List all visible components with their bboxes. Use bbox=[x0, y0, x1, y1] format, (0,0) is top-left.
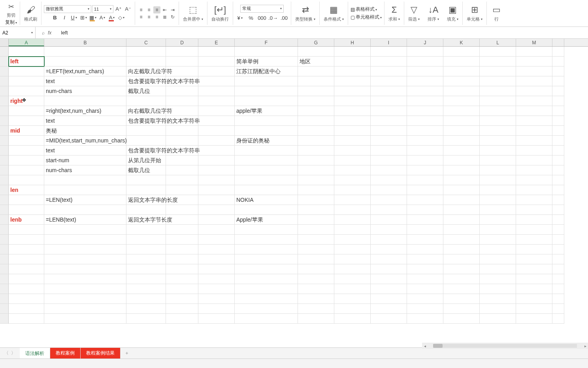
align-center-icon[interactable]: ≡ bbox=[145, 13, 153, 21]
cell[interactable] bbox=[371, 185, 407, 195]
cell[interactable] bbox=[480, 185, 516, 195]
cell[interactable] bbox=[298, 205, 334, 215]
align-middle-icon[interactable]: ≡ bbox=[145, 6, 153, 13]
cell[interactable] bbox=[371, 47, 407, 57]
cell[interactable]: 身份证的奥秘 bbox=[235, 136, 298, 146]
cell[interactable]: 截取几位 bbox=[126, 86, 166, 96]
align-bottom-icon[interactable]: ≡ bbox=[153, 6, 160, 13]
cell[interactable] bbox=[480, 304, 516, 314]
cell[interactable] bbox=[44, 294, 126, 304]
cell[interactable] bbox=[44, 235, 126, 245]
cell[interactable] bbox=[198, 86, 235, 96]
cell[interactable] bbox=[516, 126, 552, 136]
cell[interactable] bbox=[516, 165, 552, 175]
cell[interactable] bbox=[480, 294, 516, 304]
cell[interactable] bbox=[298, 76, 334, 86]
cell[interactable] bbox=[235, 245, 298, 254]
cell[interactable] bbox=[334, 126, 371, 136]
cell[interactable] bbox=[443, 76, 480, 86]
cell[interactable] bbox=[334, 136, 371, 146]
cell[interactable] bbox=[298, 146, 334, 156]
cell[interactable] bbox=[371, 175, 407, 185]
cell[interactable] bbox=[443, 235, 480, 245]
cell[interactable] bbox=[198, 76, 235, 86]
cell[interactable] bbox=[235, 304, 298, 314]
cell[interactable] bbox=[166, 146, 198, 156]
cell[interactable] bbox=[44, 175, 126, 185]
cell[interactable]: Apple/苹果 bbox=[235, 215, 298, 225]
cell[interactable] bbox=[198, 185, 235, 195]
row-header[interactable] bbox=[0, 264, 9, 274]
merge-center-button[interactable]: ⬚ 合并居中▾ bbox=[181, 4, 205, 23]
cell[interactable] bbox=[298, 126, 334, 136]
cell[interactable] bbox=[9, 294, 44, 304]
cell[interactable] bbox=[552, 245, 564, 254]
cell[interactable] bbox=[516, 96, 552, 106]
increase-indent-icon[interactable]: ⇥ bbox=[169, 6, 176, 13]
cell[interactable] bbox=[126, 185, 166, 195]
cell[interactable] bbox=[552, 116, 564, 126]
cell[interactable] bbox=[334, 47, 371, 57]
cell[interactable] bbox=[516, 294, 552, 304]
cell[interactable] bbox=[198, 96, 235, 106]
cell[interactable] bbox=[334, 235, 371, 245]
cell[interactable] bbox=[371, 195, 407, 205]
cell[interactable] bbox=[443, 136, 480, 146]
cell[interactable] bbox=[516, 205, 552, 215]
select-all-corner[interactable] bbox=[0, 39, 9, 46]
cell[interactable] bbox=[371, 57, 407, 66]
cell[interactable]: =LEFT(text,num_chars) bbox=[44, 66, 126, 76]
cell[interactable] bbox=[9, 136, 44, 146]
cell[interactable]: 返回文本字串的长度 bbox=[126, 195, 166, 205]
sheet-tab-syntax[interactable]: 语法解析 bbox=[20, 348, 50, 359]
cell[interactable] bbox=[371, 66, 407, 76]
cell[interactable] bbox=[166, 106, 198, 116]
cell[interactable] bbox=[44, 314, 126, 324]
row-header[interactable] bbox=[0, 185, 9, 195]
cell[interactable] bbox=[166, 304, 198, 314]
cell[interactable] bbox=[235, 126, 298, 136]
cell[interactable] bbox=[407, 126, 443, 136]
cell[interactable] bbox=[480, 195, 516, 205]
row-header[interactable] bbox=[0, 86, 9, 96]
row-header[interactable] bbox=[0, 126, 9, 136]
cell[interactable] bbox=[44, 245, 126, 254]
cell[interactable] bbox=[407, 165, 443, 175]
comma-icon[interactable]: 000 bbox=[258, 14, 266, 22]
sheet-nav-next-icon[interactable]: 〉 bbox=[11, 350, 16, 357]
cell[interactable] bbox=[480, 146, 516, 156]
cell[interactable] bbox=[298, 185, 334, 195]
row-header[interactable] bbox=[0, 205, 9, 215]
cell[interactable] bbox=[198, 225, 235, 235]
cell[interactable] bbox=[552, 215, 564, 225]
cell[interactable] bbox=[480, 245, 516, 254]
table-style-button[interactable]: ▤表格样式▾ bbox=[351, 6, 382, 13]
currency-icon[interactable]: ¥▾ bbox=[236, 14, 244, 22]
sort-button[interactable]: ↓A排序▾ bbox=[426, 4, 441, 23]
cell[interactable] bbox=[334, 215, 371, 225]
col-header[interactable]: M bbox=[516, 39, 552, 46]
format-painter-button[interactable]: 🖌 格式刷 bbox=[23, 4, 39, 23]
cell[interactable] bbox=[552, 106, 564, 116]
cell[interactable] bbox=[552, 205, 564, 215]
cell[interactable] bbox=[552, 274, 564, 284]
cell[interactable] bbox=[198, 245, 235, 254]
cell[interactable] bbox=[298, 304, 334, 314]
cell[interactable] bbox=[166, 156, 198, 165]
cell[interactable] bbox=[552, 165, 564, 175]
zoom-out-icon[interactable]: ⌕ bbox=[42, 30, 45, 36]
cell[interactable] bbox=[552, 235, 564, 245]
cell[interactable] bbox=[198, 66, 235, 76]
cell[interactable] bbox=[516, 245, 552, 254]
underline-button[interactable]: U▾ bbox=[70, 14, 78, 22]
italic-button[interactable]: I bbox=[60, 14, 69, 22]
cell[interactable] bbox=[552, 86, 564, 96]
cell[interactable] bbox=[516, 106, 552, 116]
cell[interactable] bbox=[371, 136, 407, 146]
cell-style-button[interactable]: ▢单元格样式▾ bbox=[351, 14, 382, 21]
cell[interactable] bbox=[235, 96, 298, 106]
row-header[interactable] bbox=[0, 245, 9, 254]
cell[interactable] bbox=[9, 146, 44, 156]
row-header[interactable] bbox=[0, 146, 9, 156]
cell[interactable] bbox=[480, 57, 516, 66]
